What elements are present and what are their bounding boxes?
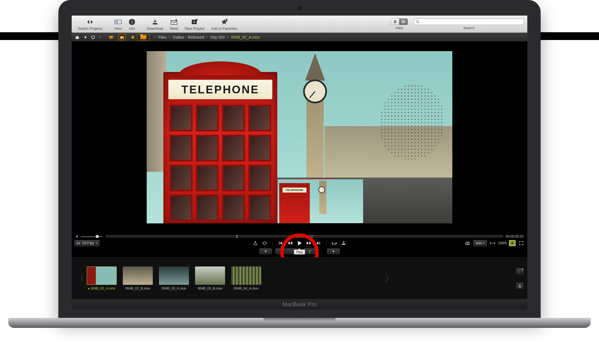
chevron-icon: ▸ (206, 35, 208, 39)
view-mode-selector: View (391, 18, 408, 30)
svg-rect-16 (279, 242, 279, 245)
view-label: View (114, 26, 122, 31)
search-input[interactable] (413, 18, 525, 25)
tray-prev-button[interactable]: 〈 (76, 272, 82, 285)
rewind-button[interactable] (287, 240, 293, 246)
chevron-icon: ▸ (169, 35, 171, 39)
booth-sign-text: TELEPHONE (168, 80, 272, 99)
playback-rate-selector[interactable]: 1x 24.0 fps ▾ (74, 240, 99, 246)
zoom-value: 100% (498, 241, 507, 245)
reload-button[interactable] (89, 34, 96, 40)
more-review-button[interactable]: ▾ (327, 248, 340, 254)
volume-icon (76, 235, 78, 238)
viewer-panel: TELEPHONE (72, 42, 527, 257)
main-toolbar: Switch Projects View i Info (72, 16, 527, 33)
svg-rect-19 (332, 242, 333, 244)
mark-in-out-button[interactable] (331, 240, 338, 246)
svg-rect-17 (320, 242, 320, 245)
search-label: Search (463, 26, 475, 30)
tray-items: 004B_02_A.mov004B_02_B.mov004B_03_A.mov0… (87, 266, 261, 290)
breadcrumb-day[interactable]: Day 002 (210, 35, 225, 39)
scrub-bar[interactable]: 00:00:00:22 (106, 235, 503, 238)
view-button[interactable]: View (113, 17, 124, 31)
favorite-star-button[interactable]: ★ (129, 34, 136, 40)
picture-in-picture[interactable]: TELEPHONE (277, 179, 363, 223)
play-tooltip-label: Play (294, 250, 305, 255)
folder-button[interactable] (137, 34, 149, 40)
tray-next-button[interactable]: 〉 (385, 272, 391, 285)
new-playlist-button[interactable]: + New Playlist (183, 17, 206, 31)
thumbnail-label: 004B_02_B.mov (126, 286, 150, 290)
timeline-row: 00:00:00:22 00:00:00:20 (72, 233, 527, 239)
forward-button[interactable] (97, 34, 104, 40)
clip-icon[interactable] (118, 34, 126, 40)
info-button[interactable]: i Info (127, 17, 137, 31)
skip-end-button[interactable] (315, 240, 322, 246)
clip-tray: 〈 004B_02_A.mov004B_02_B.mov004B_03_A.mo… (72, 257, 527, 299)
svg-rect-1 (116, 21, 118, 23)
svg-rect-21 (342, 244, 345, 245)
share-out-button[interactable] (252, 240, 259, 246)
svg-rect-25 (511, 242, 513, 244)
transport-controls: 1x 24.0 fps ▾ (72, 239, 527, 247)
chevron-icon: ▸ (227, 35, 229, 39)
webcam (298, 6, 301, 10)
tray-thumb[interactable]: 004B_02_A.mov (87, 266, 117, 290)
back-button[interactable] (82, 34, 88, 40)
fit-width-icon[interactable] (489, 240, 496, 246)
breadcrumb-current[interactable]: 004B_02_A.mov (231, 35, 260, 39)
capture-icon[interactable] (464, 240, 471, 246)
tray-thumb[interactable]: 004B_03_A.mov (159, 266, 189, 290)
add-to-favorites-button[interactable]: + Add to Favorites (209, 17, 239, 31)
thumbnail-image (195, 266, 225, 285)
tray-thumb[interactable]: 004B_04_A.mov (231, 266, 261, 290)
path-navbar: ★ ▸ Files ▸ Dailies - Released ▸ Day 002… (72, 33, 527, 42)
breadcrumb: ▸ Files ▸ Dailies - Released ▸ Day 002 ▸… (154, 35, 260, 39)
fullscreen-button[interactable] (518, 240, 525, 246)
quality-selector[interactable]: auto▾ (473, 240, 487, 246)
fast-forward-button[interactable] (306, 240, 312, 246)
switch-projects-button[interactable]: Switch Projects (76, 17, 104, 31)
tray-settings-button[interactable]: ⋮⚙ (516, 268, 523, 274)
thumbnail-image (123, 266, 153, 285)
svg-text:+: + (196, 19, 197, 21)
volume-slider[interactable] (81, 236, 103, 237)
play-tooltip: Play (294, 250, 305, 255)
download-button[interactable]: Download (145, 17, 165, 31)
thumbnail-image (231, 266, 261, 285)
thumbnail-label: 004B_03_A.mov (162, 286, 186, 290)
inbox-icon[interactable] (108, 34, 114, 40)
breadcrumb-files[interactable]: Files (158, 35, 167, 39)
svg-rect-18 (332, 244, 336, 244)
breadcrumb-dailies[interactable]: Dailies - Released (173, 35, 204, 39)
svg-line-12 (418, 22, 419, 23)
video-canvas[interactable]: TELEPHONE (72, 42, 527, 233)
svg-point-23 (467, 243, 468, 244)
tray-thumb[interactable]: 004B_02_B.mov (123, 266, 153, 290)
video-frame: TELEPHONE (147, 51, 452, 223)
play-button[interactable] (296, 240, 303, 246)
export-button[interactable] (340, 240, 347, 246)
send-button[interactable]: Send (168, 17, 180, 31)
info-label: Info (129, 26, 135, 31)
tray-download-button[interactable] (516, 283, 523, 289)
thumbnail-label: 004B_03_B.mov (198, 286, 223, 290)
timecode-current: 00:00:00:22 (296, 235, 313, 238)
view-grid-segment[interactable] (391, 19, 399, 25)
svg-rect-26 (518, 287, 521, 287)
new-playlist-label: New Playlist (185, 26, 204, 31)
view-list-segment[interactable] (399, 19, 408, 25)
view-mode-label: View (395, 26, 403, 30)
loop-button[interactable] (261, 240, 268, 246)
home-button[interactable] (74, 34, 81, 40)
svg-rect-15 (120, 36, 124, 36)
reject-button[interactable]: ✕ (259, 248, 272, 254)
approve-button[interactable]: ✓ (304, 248, 316, 254)
app-window: Switch Projects View i Info (72, 16, 527, 299)
laptop-label: MacBook Pro (72, 299, 527, 310)
overlay-toggle[interactable] (509, 240, 516, 246)
thumbnail-image (87, 266, 117, 285)
tray-thumb[interactable]: 004B_03_B.mov (195, 266, 225, 290)
search-field[interactable] (421, 19, 521, 25)
skip-start-button[interactable] (277, 240, 284, 246)
